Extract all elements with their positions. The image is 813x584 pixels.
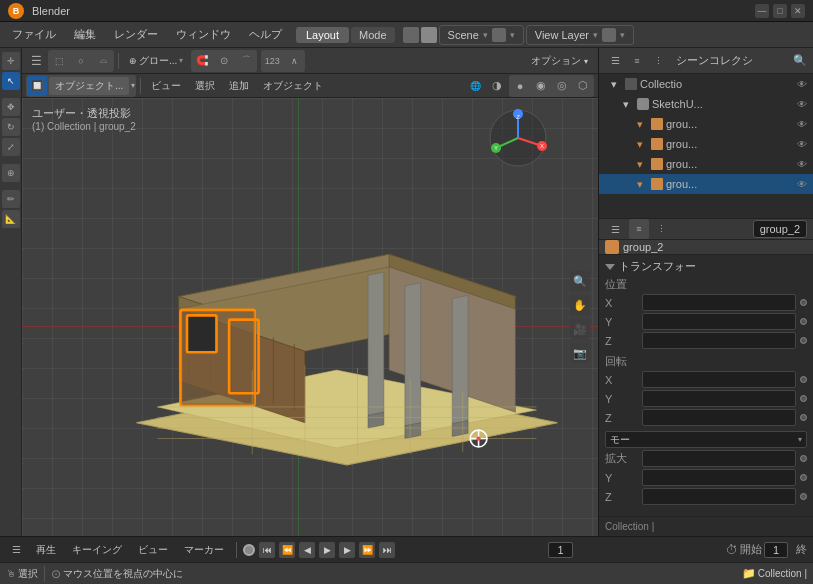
scale-y-field[interactable]	[642, 469, 796, 486]
position-y-field[interactable]	[642, 313, 796, 330]
material-view-icon[interactable]: ◉	[531, 76, 551, 96]
props-icon2[interactable]: ⋮	[651, 219, 671, 239]
select-btn[interactable]: 選択	[189, 77, 221, 95]
search-icon[interactable]: 🔍	[793, 54, 807, 67]
solid-view-icon[interactable]: ●	[510, 76, 530, 96]
mode-dropdown[interactable]: モー ▾	[605, 431, 807, 448]
visibility-icon-2[interactable]: 👁	[797, 119, 807, 130]
rotation-x-field[interactable]	[642, 371, 796, 388]
start-frame-field[interactable]: 1	[764, 542, 788, 558]
rotation-y-dot[interactable]	[800, 395, 807, 402]
object-btn[interactable]: オブジェクト	[257, 77, 329, 95]
zoom-icon[interactable]: 🔍	[570, 271, 590, 291]
frame-number[interactable]: 1	[548, 542, 572, 558]
prev-keyframe-button[interactable]: ◀	[299, 542, 315, 558]
navigation-gizmo[interactable]: Z X Y	[488, 108, 548, 168]
position-x-dot[interactable]	[800, 299, 807, 306]
visibility-icon-1[interactable]: 👁	[797, 99, 807, 110]
position-z-field[interactable]	[642, 332, 796, 349]
play-label[interactable]: 再生	[30, 541, 62, 559]
number-icon[interactable]: 123	[262, 51, 282, 71]
display-mode-icon1[interactable]: ≡	[627, 51, 647, 71]
view-label[interactable]: ビュー	[132, 541, 174, 559]
position-z-dot[interactable]	[800, 337, 807, 344]
sidebar-grab-icon[interactable]: ✥	[2, 98, 20, 116]
minimize-button[interactable]: —	[755, 4, 769, 18]
props-icon1[interactable]: ≡	[629, 219, 649, 239]
select-box-icon[interactable]: ⬚	[49, 51, 69, 71]
viewport-menu-icon[interactable]: ☰	[26, 51, 46, 71]
position-x-field[interactable]	[642, 294, 796, 311]
outliner-item-group2[interactable]: ▾ grou... 👁	[599, 134, 813, 154]
menu-window[interactable]: ウィンドウ	[168, 25, 239, 44]
view-xray-icon[interactable]: ◑	[487, 76, 507, 96]
global-move-btn[interactable]: ⊕ グロー... ▾	[123, 52, 189, 70]
record-button[interactable]	[243, 544, 255, 556]
object-mode-icon[interactable]: 🔲	[27, 76, 47, 96]
menu-file[interactable]: ファイル	[4, 25, 64, 44]
view-btn[interactable]: ビュー	[145, 77, 187, 95]
scale-z-field[interactable]	[642, 488, 796, 505]
camera-icon[interactable]: 📷	[570, 343, 590, 363]
sidebar-transform-icon[interactable]: ⊕	[2, 164, 20, 182]
props-menu-icon[interactable]: ☰	[605, 219, 625, 239]
rendered-view-icon[interactable]: ◎	[552, 76, 572, 96]
menu-render[interactable]: レンダー	[106, 25, 166, 44]
outliner-item-group4[interactable]: ▾ grou... 👁	[599, 174, 813, 194]
object-mode-text[interactable]: オブジェクト...	[49, 77, 129, 95]
sidebar-rotate-icon[interactable]: ↻	[2, 118, 20, 136]
marker-label[interactable]: マーカー	[178, 541, 230, 559]
rotation-z-field[interactable]	[642, 409, 796, 426]
display-mode-icon2[interactable]: ⋮	[648, 51, 668, 71]
snap-icon[interactable]: 🧲	[192, 51, 212, 71]
outliner-menu-icon[interactable]: ☰	[605, 51, 625, 71]
falloff-icon[interactable]: ⌒	[236, 51, 256, 71]
pan-icon[interactable]: ✋	[570, 295, 590, 315]
proportional-icon[interactable]: ⊙	[214, 51, 234, 71]
transform-expand-triangle[interactable]	[605, 264, 615, 270]
layout-button[interactable]: Layout	[296, 27, 349, 43]
timeline-menu-icon[interactable]: ☰	[6, 540, 26, 560]
curve-icon[interactable]: ∧	[284, 51, 304, 71]
maximize-button[interactable]: □	[773, 4, 787, 18]
outliner-item-group1[interactable]: ▾ grou... 👁	[599, 114, 813, 134]
sidebar-select-icon[interactable]: ↖	[2, 72, 20, 90]
jump-end-button[interactable]: ⏭	[379, 542, 395, 558]
select-lasso-icon[interactable]: ⌓	[93, 51, 113, 71]
sidebar-cursor-icon[interactable]: ✛	[2, 52, 20, 70]
position-y-dot[interactable]	[800, 318, 807, 325]
menu-help[interactable]: ヘルプ	[241, 25, 290, 44]
scale-x-field[interactable]	[642, 450, 796, 467]
rotation-y-field[interactable]	[642, 390, 796, 407]
select-circle-icon[interactable]: ○	[71, 51, 91, 71]
visibility-icon-0[interactable]: 👁	[797, 79, 807, 90]
outliner-item-sketchup[interactable]: ▾ SketchU... 👁	[599, 94, 813, 114]
scale-z-dot[interactable]	[800, 493, 807, 500]
visibility-icon-4[interactable]: 👁	[797, 159, 807, 170]
keying-label[interactable]: キーイング	[66, 541, 128, 559]
scale-y-dot[interactable]	[800, 474, 807, 481]
selected-group-name[interactable]: group_2	[753, 220, 807, 238]
global-local-icon[interactable]: 🌐	[465, 76, 485, 96]
wireframe-view-icon[interactable]: ⬡	[573, 76, 593, 96]
rotation-x-dot[interactable]	[800, 376, 807, 383]
jump-start-button[interactable]: ⏮	[259, 542, 275, 558]
add-btn[interactable]: 追加	[223, 77, 255, 95]
sidebar-annotate-icon[interactable]: ✏	[2, 190, 20, 208]
next-frame-button[interactable]: ⏩	[359, 542, 375, 558]
scene-selector[interactable]: Scene ▾ ▾	[439, 25, 524, 45]
prev-frame-button[interactable]: ⏪	[279, 542, 295, 558]
sidebar-scale-icon[interactable]: ⤢	[2, 138, 20, 156]
close-button[interactable]: ✕	[791, 4, 805, 18]
play-button[interactable]: ▶	[319, 542, 335, 558]
sidebar-measure-icon[interactable]: 📐	[2, 210, 20, 228]
scale-x-dot[interactable]	[800, 455, 807, 462]
orbit-icon[interactable]: 🎥	[570, 319, 590, 339]
menu-edit[interactable]: 編集	[66, 25, 104, 44]
3d-viewport[interactable]: ユーザー・透視投影 (1) Collection | group_2 Z X	[22, 98, 598, 536]
visibility-icon-3[interactable]: 👁	[797, 139, 807, 150]
mode-button[interactable]: Mode	[351, 27, 395, 43]
outliner-item-collection[interactable]: ▾ Collectio 👁	[599, 74, 813, 94]
view-layer-selector[interactable]: View Layer ▾ ▾	[526, 25, 634, 45]
rotation-z-dot[interactable]	[800, 414, 807, 421]
